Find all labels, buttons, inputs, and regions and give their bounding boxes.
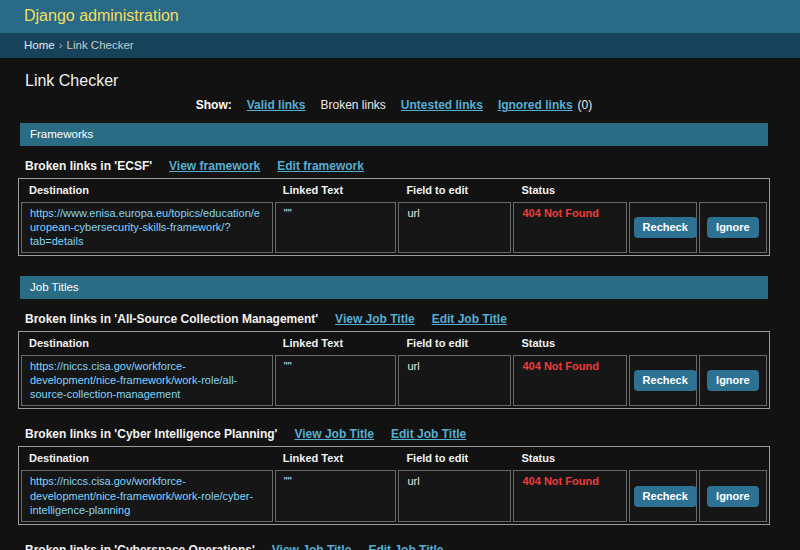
status-cell: 404 Not Found [513, 470, 626, 521]
column-header-destination: Destination [21, 449, 273, 468]
column-header-recheck [629, 334, 697, 353]
view-object-link[interactable]: View Job Title [335, 312, 415, 326]
group-heading: Broken links in 'ECSF' [25, 159, 152, 173]
breadcrumb-home-link[interactable]: Home [24, 39, 55, 51]
ignore-cell: Ignore [699, 470, 767, 521]
broken-links-table: Destination Linked Text Field to edit St… [18, 331, 770, 409]
column-header-field: Field to edit [398, 181, 511, 200]
filter-broken-links-current: Broken links [320, 98, 385, 112]
field-cell: url [398, 202, 511, 253]
broken-links-group: Broken links in 'Cyber Intelligence Plan… [18, 427, 770, 524]
edit-object-link[interactable]: Edit Job Title [368, 543, 443, 550]
ignore-button[interactable]: Ignore [707, 217, 759, 238]
main-content: Link Checker Show: Valid links Broken li… [0, 58, 800, 550]
status-cell: 404 Not Found [513, 355, 626, 406]
column-header-ignore [699, 181, 767, 200]
filter-ignored-count: (0) [578, 98, 593, 112]
column-header-ignore [699, 334, 767, 353]
column-header-linked-text: Linked Text [275, 449, 397, 468]
ignore-button[interactable]: Ignore [707, 486, 759, 507]
table-row: https://niccs.cisa.gov/workforce-develop… [21, 470, 767, 521]
view-object-link[interactable]: View Job Title [294, 427, 374, 441]
filter-valid-links[interactable]: Valid links [247, 98, 306, 112]
column-header-destination: Destination [21, 334, 273, 353]
broken-links-table: Destination Linked Text Field to edit St… [18, 446, 770, 524]
edit-object-link[interactable]: Edit Job Title [391, 427, 466, 441]
group-heading: Broken links in 'Cyber Intelligence Plan… [25, 427, 277, 441]
recheck-cell: Recheck [629, 470, 697, 521]
column-header-status: Status [513, 181, 626, 200]
group-heading-row: Broken links in 'ECSF' View framework Ed… [25, 159, 770, 173]
module-job-titles: Job Titles Broken links in 'All-Source C… [18, 276, 770, 550]
show-filter-row: Show: Valid links Broken links Untested … [18, 98, 770, 112]
table-header-row: Destination Linked Text Field to edit St… [21, 449, 767, 468]
destination-link[interactable]: https://niccs.cisa.gov/workforce-develop… [30, 360, 237, 400]
breadcrumb: Home›Link Checker [0, 33, 800, 58]
field-cell: url [398, 470, 511, 521]
group-heading: Broken links in 'All-Source Collection M… [25, 312, 318, 326]
site-brand-link[interactable]: Django administration [24, 7, 179, 25]
broken-links-group: Broken links in 'Cyberspace Operations' … [18, 543, 770, 550]
table-header-row: Destination Linked Text Field to edit St… [21, 181, 767, 200]
ignore-cell: Ignore [699, 202, 767, 253]
module-caption-frameworks: Frameworks [20, 123, 768, 146]
view-object-link[interactable]: View Job Title [272, 543, 352, 550]
page-title: Link Checker [25, 72, 770, 90]
linked-text-cell: "" [275, 470, 397, 521]
column-header-status: Status [513, 449, 626, 468]
column-header-status: Status [513, 334, 626, 353]
breadcrumb-current: Link Checker [67, 39, 134, 51]
status-cell: 404 Not Found [513, 202, 626, 253]
table-row: https://niccs.cisa.gov/workforce-develop… [21, 355, 767, 406]
broken-links-group: Broken links in 'ECSF' View framework Ed… [18, 159, 770, 256]
field-cell: url [398, 355, 511, 406]
recheck-button[interactable]: Recheck [634, 217, 697, 238]
group-heading: Broken links in 'Cyberspace Operations' [25, 543, 255, 550]
linked-text-cell: "" [275, 202, 397, 253]
destination-cell: https://www.enisa.europa.eu/topics/educa… [21, 202, 273, 253]
destination-cell: https://niccs.cisa.gov/workforce-develop… [21, 355, 273, 406]
group-heading-row: Broken links in 'All-Source Collection M… [25, 312, 770, 326]
show-filter-label: Show: [196, 98, 232, 112]
broken-links-table: Destination Linked Text Field to edit St… [18, 178, 770, 256]
column-header-field: Field to edit [398, 334, 511, 353]
column-header-ignore [699, 449, 767, 468]
site-header: Django administration [0, 0, 800, 33]
filter-ignored-links[interactable]: Ignored links [498, 98, 573, 112]
destination-link[interactable]: https://niccs.cisa.gov/workforce-develop… [30, 475, 253, 515]
edit-object-link[interactable]: Edit framework [277, 159, 364, 173]
group-heading-row: Broken links in 'Cyber Intelligence Plan… [25, 427, 770, 441]
linked-text-cell: "" [275, 355, 397, 406]
filter-untested-links[interactable]: Untested links [401, 98, 483, 112]
broken-links-group: Broken links in 'All-Source Collection M… [18, 312, 770, 409]
recheck-cell: Recheck [629, 355, 697, 406]
recheck-button[interactable]: Recheck [634, 370, 697, 391]
table-header-row: Destination Linked Text Field to edit St… [21, 334, 767, 353]
view-object-link[interactable]: View framework [169, 159, 260, 173]
column-header-recheck [629, 181, 697, 200]
destination-cell: https://niccs.cisa.gov/workforce-develop… [21, 470, 273, 521]
column-header-recheck [629, 449, 697, 468]
module-frameworks: Frameworks Broken links in 'ECSF' View f… [18, 123, 770, 256]
edit-object-link[interactable]: Edit Job Title [432, 312, 507, 326]
destination-link[interactable]: https://www.enisa.europa.eu/topics/educa… [30, 207, 260, 247]
table-row: https://www.enisa.europa.eu/topics/educa… [21, 202, 767, 253]
recheck-button[interactable]: Recheck [634, 486, 697, 507]
column-header-linked-text: Linked Text [275, 334, 397, 353]
column-header-field: Field to edit [398, 449, 511, 468]
module-caption-job-titles: Job Titles [20, 276, 768, 299]
ignore-cell: Ignore [699, 355, 767, 406]
column-header-destination: Destination [21, 181, 273, 200]
recheck-cell: Recheck [629, 202, 697, 253]
ignore-button[interactable]: Ignore [707, 370, 759, 391]
column-header-linked-text: Linked Text [275, 181, 397, 200]
group-heading-row: Broken links in 'Cyberspace Operations' … [25, 543, 770, 550]
breadcrumb-separator: › [59, 39, 63, 51]
